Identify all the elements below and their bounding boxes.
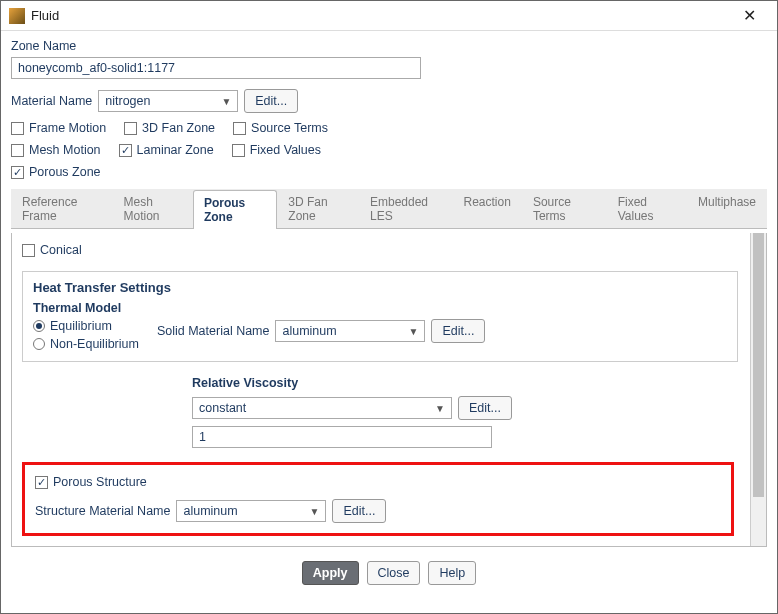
material-name-select[interactable]: nitrogen ▼ [98, 90, 238, 112]
structure-material-select[interactable]: aluminum ▼ [176, 500, 326, 522]
conical-checkbox[interactable]: Conical [22, 243, 756, 257]
tab-strip: Reference Frame Mesh Motion Porous Zone … [11, 189, 767, 229]
solid-material-label: Solid Material Name [157, 324, 270, 338]
options-row-2: Mesh Motion ✓Laminar Zone Fixed Values [11, 143, 767, 157]
chevron-down-icon: ▼ [435, 403, 445, 414]
solid-material-value: aluminum [282, 324, 336, 338]
tab-porous-zone[interactable]: Porous Zone [193, 190, 277, 229]
frame-motion-checkbox[interactable]: Frame Motion [11, 121, 106, 135]
laminar-zone-checkbox[interactable]: ✓Laminar Zone [119, 143, 214, 157]
material-name-value: nitrogen [105, 94, 150, 108]
options-row-3: ✓Porous Zone [11, 165, 767, 179]
porous-zone-panel: Conical Heat Transfer Settings Thermal M… [11, 233, 767, 547]
tab-mesh-motion[interactable]: Mesh Motion [112, 189, 192, 228]
dialog-footer: Apply Close Help [11, 551, 767, 599]
chevron-down-icon: ▼ [409, 326, 419, 337]
material-row: Material Name nitrogen ▼ Edit... [11, 89, 767, 113]
structure-material-value: aluminum [183, 504, 237, 518]
tab-source-terms[interactable]: Source Terms [522, 189, 607, 228]
thermal-model-label: Thermal Model [33, 301, 139, 315]
solid-material-select[interactable]: aluminum ▼ [275, 320, 425, 342]
tab-reference-frame[interactable]: Reference Frame [11, 189, 112, 228]
titlebar: Fluid ✕ [1, 1, 777, 31]
tab-embedded-les[interactable]: Embedded LES [359, 189, 453, 228]
window-title: Fluid [31, 8, 729, 23]
relative-viscosity-title: Relative Viscosity [192, 376, 738, 390]
heat-transfer-group: Heat Transfer Settings Thermal Model Equ… [22, 271, 738, 362]
material-name-label: Material Name [11, 94, 92, 108]
tab-fixed-values[interactable]: Fixed Values [607, 189, 687, 228]
relative-viscosity-method-select[interactable]: constant ▼ [192, 397, 452, 419]
fan-zone-checkbox[interactable]: 3D Fan Zone [124, 121, 215, 135]
zone-name-input[interactable] [11, 57, 421, 79]
relative-viscosity-method-value: constant [199, 401, 246, 415]
tab-multiphase[interactable]: Multiphase [687, 189, 767, 228]
material-edit-button[interactable]: Edit... [244, 89, 298, 113]
fluid-dialog: Fluid ✕ Zone Name Material Name nitrogen… [0, 0, 778, 614]
heat-transfer-title: Heat Transfer Settings [33, 280, 727, 295]
relative-viscosity-edit-button[interactable]: Edit... [458, 396, 512, 420]
dialog-body: Zone Name Material Name nitrogen ▼ Edit.… [1, 31, 777, 613]
relative-viscosity-value-input[interactable] [192, 426, 492, 448]
scroll-thumb-lower[interactable] [753, 433, 764, 497]
equilibrium-radio[interactable]: Equilibrium [33, 319, 139, 333]
window-close-button[interactable]: ✕ [729, 6, 769, 25]
porous-zone-checkbox[interactable]: ✓Porous Zone [11, 165, 101, 179]
solid-material-edit-button[interactable]: Edit... [431, 319, 485, 343]
tab-reaction[interactable]: Reaction [453, 189, 522, 228]
relative-viscosity-section: Relative Viscosity constant ▼ Edit... [192, 376, 738, 448]
app-icon [9, 8, 25, 24]
porous-structure-highlight: ✓Porous Structure Structure Material Nam… [22, 462, 734, 536]
solid-material-row: Solid Material Name aluminum ▼ Edit... [157, 319, 486, 343]
mesh-motion-checkbox[interactable]: Mesh Motion [11, 143, 101, 157]
close-button[interactable]: Close [367, 561, 421, 585]
porous-structure-checkbox[interactable]: ✓Porous Structure [35, 475, 721, 489]
tab-3d-fan-zone[interactable]: 3D Fan Zone [277, 189, 359, 228]
structure-material-label: Structure Material Name [35, 504, 170, 518]
panel-scrollbar[interactable] [750, 233, 766, 546]
non-equilibrium-radio[interactable]: Non-Equilibrium [33, 337, 139, 351]
fixed-values-checkbox[interactable]: Fixed Values [232, 143, 321, 157]
source-terms-checkbox[interactable]: Source Terms [233, 121, 328, 135]
structure-material-row: Structure Material Name aluminum ▼ Edit.… [35, 499, 721, 523]
apply-button[interactable]: Apply [302, 561, 359, 585]
scroll-thumb[interactable] [753, 233, 764, 433]
structure-material-edit-button[interactable]: Edit... [332, 499, 386, 523]
options-row-1: Frame Motion 3D Fan Zone Source Terms [11, 121, 767, 135]
chevron-down-icon: ▼ [221, 96, 231, 107]
help-button[interactable]: Help [428, 561, 476, 585]
zone-name-label: Zone Name [11, 39, 767, 53]
chevron-down-icon: ▼ [310, 506, 320, 517]
thermal-model-group: Thermal Model Equilibrium Non-Equilibriu… [33, 301, 139, 351]
